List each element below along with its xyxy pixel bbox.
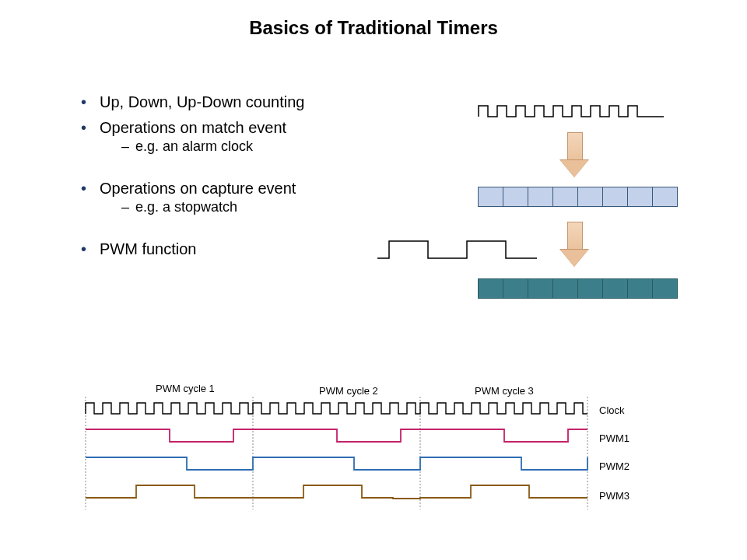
- register-cell: [652, 278, 678, 299]
- register-cell: [503, 278, 528, 299]
- arrow-down-icon: [560, 222, 587, 268]
- pwm2-row-label: PWM2: [599, 460, 630, 472]
- register-cell: [602, 187, 628, 207]
- register-cell: [528, 187, 553, 207]
- bullet-match-text: Operations on match event: [100, 119, 286, 136]
- register-cell: [602, 278, 628, 299]
- register-cell: [627, 278, 653, 299]
- bullet-capture-text: Operations on capture event: [100, 180, 296, 197]
- slow-waveform: [374, 233, 545, 264]
- register-cell: [478, 187, 503, 207]
- register-cell: [503, 187, 528, 207]
- bullet-capture-example: e.g. a stopwatch: [121, 199, 405, 215]
- counter-register-light: [479, 187, 678, 207]
- bullet-pwm: PWM function: [78, 240, 405, 258]
- fast-clock-waveform: [475, 100, 677, 123]
- counter-register-dark: [479, 278, 678, 299]
- bullet-counting: Up, Down, Up-Down counting: [78, 93, 405, 111]
- register-cell: [652, 187, 678, 207]
- register-cell: [627, 187, 653, 207]
- bullet-capture: Operations on capture event e.g. a stopw…: [78, 180, 405, 215]
- register-cell: [577, 278, 603, 299]
- register-cell: [577, 187, 603, 207]
- pwm-cycle-1-label: PWM cycle 1: [156, 383, 215, 394]
- register-cell: [552, 278, 578, 299]
- register-cell: [528, 278, 553, 299]
- page-title: Basics of Traditional Timers: [0, 0, 747, 39]
- pwm1-row-label: PWM1: [599, 432, 630, 444]
- pwm3-row-label: PWM3: [599, 490, 630, 502]
- pwm-cycle-2-label: PWM cycle 2: [319, 385, 378, 397]
- arrow-down-icon: [560, 132, 587, 179]
- pwm-timing-diagram: PWM cycle 1 PWM cycle 2 PWM cycle 3 Cloc…: [78, 397, 669, 513]
- register-cell: [552, 187, 578, 207]
- register-cell: [478, 278, 503, 299]
- clock-row-label: Clock: [599, 404, 625, 416]
- bullet-match: Operations on match event e.g. an alarm …: [78, 119, 405, 155]
- bullet-list-region: Up, Down, Up-Down counting Operations on…: [78, 93, 405, 266]
- pwm-cycle-3-label: PWM cycle 3: [475, 385, 534, 397]
- pwm-waveforms-svg: [78, 397, 638, 513]
- bullet-match-example: e.g. an alarm clock: [121, 138, 405, 155]
